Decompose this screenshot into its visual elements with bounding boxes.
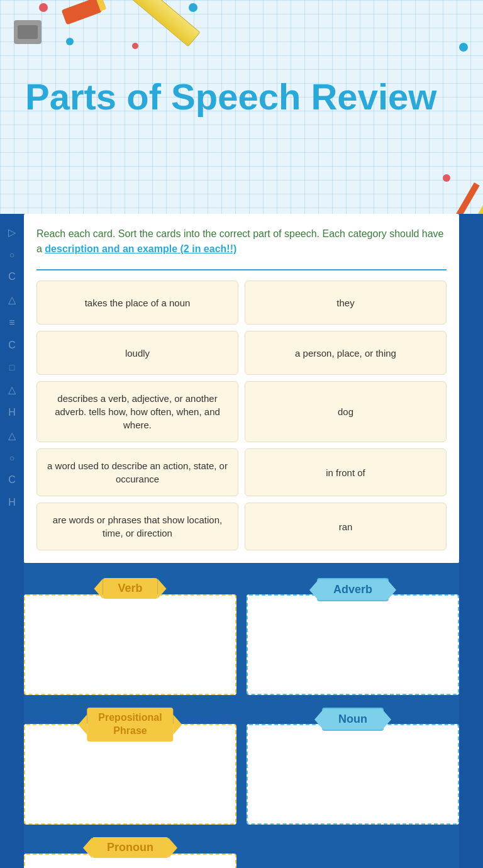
deco-line-1: ≡ [9,317,14,328]
card-words-phrases[interactable]: are words or phrases that show location,… [36,503,238,550]
category-adverb[interactable]: Adverb [247,594,459,695]
category-verb[interactable]: Verb [24,594,236,695]
dot-5 [459,43,468,52]
card-in-front-of[interactable]: in front of [245,448,447,496]
category-adverb-label: Adverb [317,578,389,601]
card-they[interactable]: they [245,281,447,325]
side-deco-right [459,214,483,868]
deco-triangle-2: △ [8,294,16,306]
deco-circle-1: ○ [9,250,14,260]
card-dog[interactable]: dog [245,381,447,442]
bottom-categories: Pronoun [24,835,459,868]
card-describes-verb[interactable]: describes a verb, adjective, or another … [36,381,238,442]
instruction-text: Reach each card. Sort the cards into the… [36,226,447,257]
card-ran[interactable]: ran [245,503,447,550]
deco-circle-2: ○ [9,453,14,463]
card-loudly[interactable]: loudly [36,331,238,375]
deco-h-2: H [8,497,16,508]
dot-1 [39,3,48,12]
pencil-decoration [477,167,483,214]
pen-decoration [455,182,480,214]
ruler-decoration [101,0,200,47]
side-deco-left: ▷ ○ C △ ≡ C □ △ H △ ○ C H [0,214,24,868]
deco-c-2: C [8,340,16,351]
header-area: Parts of Speech Review [0,0,483,214]
sharpener-decoration [14,20,42,44]
categories-area: Verb Adverb PrepositionalPhrase Noun [24,576,459,825]
card-person-place[interactable]: a person, place, or thing [245,331,447,375]
category-noun-label: Noun [322,708,384,731]
instruction-card: Reach each card. Sort the cards into the… [24,214,459,563]
category-noun[interactable]: Noun [247,724,459,825]
deco-triangle-1: ▷ [8,226,16,238]
dot-4 [132,43,138,49]
category-pronoun[interactable]: Pronoun [24,854,236,868]
eraser-decoration [62,0,103,25]
deco-c-3: C [8,474,16,486]
category-verb-label: Verb [103,578,157,599]
cards-grid: takes the place of a noun they loudly a … [36,281,447,563]
divider [36,269,447,270]
deco-c-1: C [8,271,16,282]
dot-6 [443,174,450,182]
card-takes-place[interactable]: takes the place of a noun [36,281,238,325]
category-prepositional-label: PrepositionalPhrase [87,708,173,742]
category-pronoun-label: Pronoun [92,837,169,858]
card-word-action[interactable]: a word used to describe an action, state… [36,448,238,496]
instruction-link[interactable]: description and an example (2 in each!!) [45,243,236,254]
dot-3 [66,38,74,45]
main-content: ▷ ○ C △ ≡ C □ △ H △ ○ C H Reach each car… [0,214,483,868]
category-prepositional[interactable]: PrepositionalPhrase [24,724,236,825]
deco-h-1: H [8,407,16,418]
deco-triangle-4: △ [8,430,16,442]
deco-square-1: □ [9,362,14,372]
dot-2 [189,3,197,12]
deco-triangle-3: △ [8,384,16,396]
page-title: Parts of Speech Review [25,75,436,118]
